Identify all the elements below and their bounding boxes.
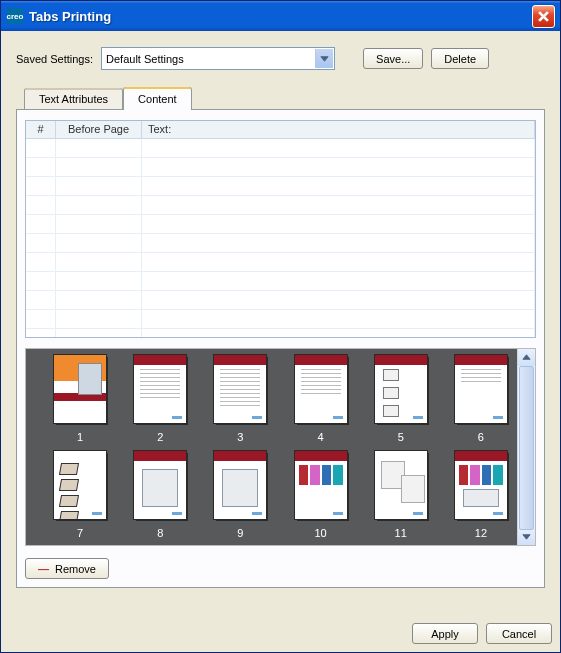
tab-content[interactable]: Content	[123, 87, 192, 110]
thumb-label: 2	[157, 431, 163, 443]
titlebar[interactable]: creo Tabs Printing	[1, 1, 560, 31]
page-thumbnail[interactable]: 10	[291, 451, 351, 543]
thumb-label: 8	[157, 527, 163, 539]
page-thumbnail[interactable]: 11	[371, 451, 431, 543]
grid-row[interactable]	[26, 215, 535, 234]
cancel-button[interactable]: Cancel	[486, 623, 552, 644]
thumb-label: 5	[398, 431, 404, 443]
window-close-button[interactable]	[532, 5, 555, 28]
tab-text-attributes[interactable]: Text Attributes	[24, 88, 123, 109]
saved-settings-value: Default Settings	[106, 53, 184, 65]
page-thumbnail[interactable]: 12	[451, 451, 511, 543]
page-thumbnail[interactable]: 8	[130, 451, 190, 543]
remove-button[interactable]: —Remove	[25, 558, 109, 579]
grid-row[interactable]	[26, 158, 535, 177]
content-panel: # Before Page Text: 1 2	[16, 109, 545, 588]
scroll-up-button[interactable]	[518, 349, 535, 366]
tab-bar: Text Attributes Content	[24, 86, 545, 109]
thumb-label: 3	[237, 431, 243, 443]
grid-header-num[interactable]: #	[26, 121, 56, 138]
grid-row[interactable]	[26, 234, 535, 253]
dialog-footer: Apply Cancel	[1, 623, 560, 652]
grid-header-text[interactable]: Text:	[142, 121, 535, 138]
page-thumbnail[interactable]: 2	[130, 355, 190, 447]
grid-header: # Before Page Text:	[26, 121, 535, 139]
window-title: Tabs Printing	[29, 9, 532, 24]
saved-settings-dropdown[interactable]: Default Settings	[101, 47, 335, 70]
thumb-label: 12	[475, 527, 487, 539]
close-icon	[538, 11, 549, 22]
scroll-track[interactable]	[518, 366, 535, 528]
page-thumbnail[interactable]: 3	[210, 355, 270, 447]
grid-row[interactable]	[26, 329, 535, 338]
thumb-label: 7	[77, 527, 83, 539]
minus-icon: —	[38, 563, 49, 575]
page-thumbnail[interactable]: 5	[371, 355, 431, 447]
thumbnail-pane: 1 2 3 4 5 6 7 8 9 10 11 12	[25, 348, 536, 546]
apply-button[interactable]: Apply	[412, 623, 478, 644]
page-thumbnail[interactable]: 7	[50, 451, 110, 543]
page-thumbnail[interactable]: 4	[291, 355, 351, 447]
page-thumbnail[interactable]: 9	[210, 451, 270, 543]
thumb-label: 11	[395, 527, 407, 539]
svg-marker-3	[523, 355, 530, 360]
grid-header-before-page[interactable]: Before Page	[56, 121, 142, 138]
saved-settings-row: Saved Settings: Default Settings Save...…	[16, 47, 545, 70]
grid-row[interactable]	[26, 272, 535, 291]
thumb-label: 6	[478, 431, 484, 443]
svg-marker-4	[523, 535, 530, 540]
thumb-label: 10	[314, 527, 326, 539]
thumb-label: 1	[77, 431, 83, 443]
tabs-grid[interactable]: # Before Page Text:	[25, 120, 536, 338]
grid-row[interactable]	[26, 139, 535, 158]
delete-button[interactable]: Delete	[431, 48, 489, 69]
grid-row[interactable]	[26, 253, 535, 272]
grid-row[interactable]	[26, 291, 535, 310]
scroll-thumb[interactable]	[519, 366, 534, 530]
thumb-label: 9	[237, 527, 243, 539]
thumbnail-grid: 1 2 3 4 5 6 7 8 9 10 11 12	[26, 349, 517, 545]
saved-settings-label: Saved Settings:	[16, 53, 93, 65]
dropdown-arrow-icon	[315, 49, 333, 68]
thumbnail-scrollbar[interactable]	[517, 349, 535, 545]
thumb-label: 4	[318, 431, 324, 443]
page-thumbnail[interactable]: 6	[451, 355, 511, 447]
page-thumbnail[interactable]: 1	[50, 355, 110, 447]
scroll-down-button[interactable]	[518, 528, 535, 545]
save-button[interactable]: Save...	[363, 48, 423, 69]
grid-row[interactable]	[26, 196, 535, 215]
tabs-printing-dialog: creo Tabs Printing Saved Settings: Defau…	[0, 0, 561, 653]
grid-row[interactable]	[26, 310, 535, 329]
svg-marker-2	[321, 57, 328, 62]
grid-row[interactable]	[26, 177, 535, 196]
app-logo: creo	[7, 8, 23, 24]
